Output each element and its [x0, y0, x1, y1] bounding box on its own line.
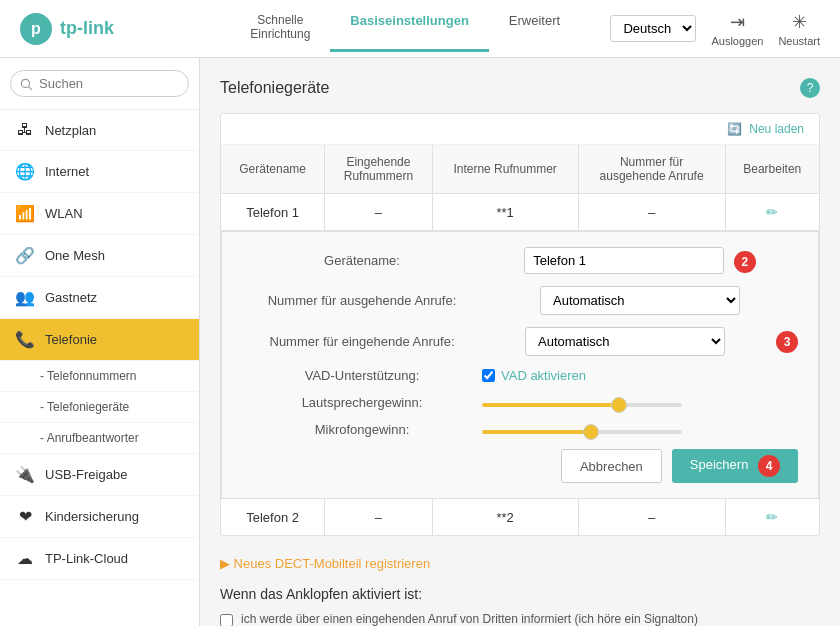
logo-text: tp-link — [60, 18, 114, 39]
checkbox-1[interactable] — [220, 614, 233, 626]
help-icon[interactable]: ? — [800, 78, 820, 98]
logo: p tp-link — [20, 13, 200, 45]
restart-icon: ✳ — [792, 11, 807, 33]
vad-checkbox[interactable] — [482, 369, 495, 382]
edit-icon-row2[interactable]: ✏ — [766, 509, 778, 525]
col-geratename: Gerätename — [221, 145, 325, 194]
sidebar-label-gastnetz: Gastnetz — [45, 290, 97, 305]
ausgehende-control: Automatisch — [482, 286, 798, 315]
ausgehende-select[interactable]: Automatisch — [540, 286, 740, 315]
sidebar-item-tpcloud[interactable]: ☁ TP-Link-Cloud — [0, 538, 199, 580]
row2-name: Telefon 2 — [221, 499, 325, 535]
row1-edit[interactable]: ✏ — [725, 194, 819, 231]
table-card: 🔄 Neu laden Gerätename EingehendeRufnumm… — [220, 113, 820, 536]
eingehende-select[interactable]: Automatisch — [525, 327, 725, 356]
geratename-input[interactable] — [524, 247, 724, 274]
language-select[interactable]: Deutsch English — [610, 15, 696, 42]
anklopfen-title: Wenn das Anklopfen aktiviert ist: — [220, 586, 820, 602]
form-row-vad: VAD-Unterstützung: VAD aktivieren — [242, 368, 798, 383]
sidebar-item-internet[interactable]: 🌐 Internet — [0, 151, 199, 193]
col-ausgehende: Nummer fürausgehende Anrufe — [578, 145, 725, 194]
sidebar: 🖧 Netzplan 🌐 Internet 📶 WLAN 🔗 One Mesh … — [0, 58, 200, 626]
layout: 🖧 Netzplan 🌐 Internet 📶 WLAN 🔗 One Mesh … — [0, 58, 840, 626]
vad-link[interactable]: VAD aktivieren — [501, 368, 586, 383]
netzplan-icon: 🖧 — [15, 121, 35, 139]
lautsprecher-slider[interactable] — [482, 403, 682, 407]
sidebar-item-telefonie[interactable]: 📞 Telefonie — [0, 319, 199, 361]
reload-button[interactable]: 🔄 Neu laden — [221, 114, 819, 145]
tab-erweitert[interactable]: Erweitert — [489, 5, 580, 52]
lautsprecher-label: Lautsprechergewinn: — [242, 395, 482, 410]
internet-icon: 🌐 — [15, 162, 35, 181]
badge-4: 4 — [758, 455, 780, 477]
onemesh-icon: 🔗 — [15, 246, 35, 265]
mikrofon-slider[interactable] — [482, 430, 682, 434]
sidebar-item-kindersicherung[interactable]: ❤ Kindersicherung — [0, 496, 199, 538]
badge-2: 2 — [734, 251, 756, 273]
sidebar-sub-anrufbeantworter[interactable]: - Anrufbeantworter — [0, 423, 199, 454]
tpcloud-icon: ☁ — [15, 549, 35, 568]
geratename-control: 2 — [482, 247, 798, 274]
telefonie-icon: 📞 — [15, 330, 35, 349]
row1-incoming: – — [325, 194, 432, 231]
sidebar-label-internet: Internet — [45, 164, 89, 179]
form-row-mikrofon: Mikrofongewinn: — [242, 422, 798, 437]
header-right: Deutsch English ⇥ Ausloggen ✳ Neustart — [610, 11, 820, 47]
sidebar-item-wlan[interactable]: 📶 WLAN — [0, 193, 199, 235]
row2-internal: **2 — [432, 499, 578, 535]
table-row-2: Telefon 2 – **2 – ✏ — [221, 499, 819, 535]
sidebar-label-wlan: WLAN — [45, 206, 83, 221]
form-buttons: Abbrechen Speichern 4 — [242, 449, 798, 483]
gastnetz-icon: 👥 — [15, 288, 35, 307]
save-button-form[interactable]: Speichern 4 — [672, 449, 798, 483]
logout-button[interactable]: ⇥ Ausloggen — [711, 11, 763, 47]
sidebar-label-onemesh: One Mesh — [45, 248, 105, 263]
search-input[interactable] — [10, 70, 189, 97]
sidebar-item-gastnetz[interactable]: 👥 Gastnetz — [0, 277, 199, 319]
ausgehende-label: Nummer für ausgehende Anrufe: — [242, 293, 482, 308]
checkbox-1-label: ich werde über einen eingehenden Anruf v… — [241, 612, 698, 626]
row1-name: Telefon 1 — [221, 194, 325, 231]
col-bearbeiten: Bearbeiten — [725, 145, 819, 194]
header: p tp-link SchnelleEinrichtung Basiseinst… — [0, 0, 840, 58]
eingehende-label: Nummer für eingehende Anrufe: — [242, 334, 482, 349]
usb-icon: 🔌 — [15, 465, 35, 484]
mikrofon-label: Mikrofongewinn: — [242, 422, 482, 437]
edit-form: Gerätename: 2 Nummer für ausgehende Anru… — [221, 231, 819, 499]
tab-basis[interactable]: Basiseinstellungen — [330, 5, 488, 52]
sidebar-sub-telefonnummern[interactable]: - Telefonnummern — [0, 361, 199, 392]
sidebar-label-netzplan: Netzplan — [45, 123, 96, 138]
devices-table: Gerätename EingehendeRufnummern Interne … — [221, 145, 819, 535]
table-row: Telefon 1 – **1 – ✏ — [221, 194, 819, 231]
tab-schnelle[interactable]: SchnelleEinrichtung — [230, 5, 330, 52]
col-interne: Interne Rufnummer — [432, 145, 578, 194]
form-row-ausgehende: Nummer für ausgehende Anrufe: Automatisc… — [242, 286, 798, 315]
vad-control: VAD aktivieren — [482, 368, 798, 383]
sidebar-item-netzplan[interactable]: 🖧 Netzplan — [0, 110, 199, 151]
sidebar-label-kindersicherung: Kindersicherung — [45, 509, 139, 524]
sidebar-label-telefonie: Telefonie — [45, 332, 97, 347]
lautsprecher-control — [482, 395, 682, 410]
row1-outgoing: – — [578, 194, 725, 231]
col-eingehende: EingehendeRufnummern — [325, 145, 432, 194]
edit-form-cell: Gerätename: 2 Nummer für ausgehende Anru… — [221, 231, 819, 500]
dect-link[interactable]: ▶ Neues DECT-Mobilteil registrieren — [220, 556, 430, 571]
anklopfen-section: Wenn das Anklopfen aktiviert ist: ich we… — [220, 586, 820, 626]
wlan-icon: 📶 — [15, 204, 35, 223]
restart-button[interactable]: ✳ Neustart — [778, 11, 820, 47]
sidebar-sub-telefoniegerate[interactable]: - Telefoniegeräte — [0, 392, 199, 423]
logout-icon: ⇥ — [730, 11, 745, 33]
cancel-button[interactable]: Abbrechen — [561, 449, 662, 483]
checkbox-row-1: ich werde über einen eingehenden Anruf v… — [220, 612, 820, 626]
edit-icon-row1[interactable]: ✏ — [766, 204, 778, 220]
form-row-eingehende: Nummer für eingehende Anrufe: Automatisc… — [242, 327, 798, 356]
sidebar-item-usb[interactable]: 🔌 USB-Freigabe — [0, 454, 199, 496]
sidebar-label-tpcloud: TP-Link-Cloud — [45, 551, 128, 566]
sidebar-item-onemesh[interactable]: 🔗 One Mesh — [0, 235, 199, 277]
geratename-label: Gerätename: — [242, 253, 482, 268]
edit-form-row: Gerätename: 2 Nummer für ausgehende Anru… — [221, 231, 819, 500]
row2-edit[interactable]: ✏ — [725, 499, 819, 535]
logo-icon: p — [20, 13, 52, 45]
form-row-lautsprecher: Lautsprechergewinn: — [242, 395, 798, 410]
badge-3: 3 — [776, 331, 798, 353]
